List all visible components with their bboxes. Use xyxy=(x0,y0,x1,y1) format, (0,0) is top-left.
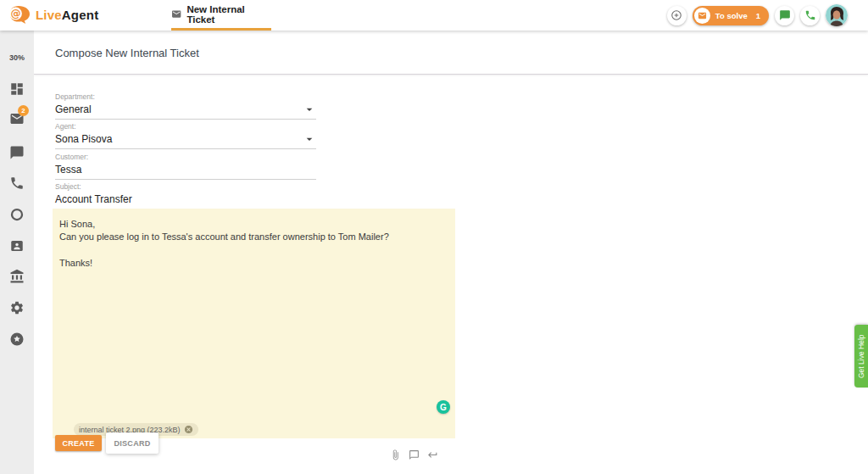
sidebar-item-calls[interactable] xyxy=(9,176,25,191)
gear-icon xyxy=(9,300,25,315)
editor-toolbar xyxy=(390,449,438,460)
customer-input[interactable]: Tessa xyxy=(55,164,316,180)
add-new-button[interactable] xyxy=(667,6,687,25)
sidebar: 30% 2 xyxy=(0,31,34,474)
phone-icon xyxy=(804,9,816,21)
logo-bubble-icon: @ xyxy=(8,4,31,25)
svg-text:@: @ xyxy=(11,8,21,20)
chats-status-button[interactable] xyxy=(775,6,794,25)
insert-reply-button[interactable] xyxy=(427,449,438,460)
to-solve-button[interactable]: To solve 1 xyxy=(693,6,769,25)
logo-text: LiveAgent xyxy=(36,8,98,22)
sidebar-item-chats[interactable] xyxy=(9,145,25,160)
tab-label: New Internal Ticket xyxy=(186,4,271,25)
add-note-button[interactable] xyxy=(409,449,420,460)
main-content: Compose New Internal Ticket Department: … xyxy=(34,31,868,474)
chat-square-icon xyxy=(779,9,791,21)
return-arrow-icon xyxy=(427,449,438,460)
logo-agent: Agent xyxy=(62,8,99,22)
discard-button[interactable]: DISCARD xyxy=(106,432,159,454)
tab-new-internal-ticket[interactable]: New Internal Ticket xyxy=(171,0,271,31)
agent-label: Agent: xyxy=(55,122,316,131)
user-avatar[interactable] xyxy=(826,4,848,26)
sidebar-item-contacts[interactable] xyxy=(9,238,25,254)
usage-percent: 30% xyxy=(0,53,34,62)
subject-label: Subject: xyxy=(55,182,316,191)
attach-file-button[interactable] xyxy=(390,449,401,460)
header-divider xyxy=(34,74,868,75)
subject-input[interactable]: Account Transfer xyxy=(55,193,316,209)
get-live-help-button[interactable]: Get Live Help xyxy=(854,325,868,388)
dashboard-icon xyxy=(9,81,25,97)
sidebar-item-status[interactable] xyxy=(9,332,25,347)
create-button[interactable]: CREATE xyxy=(55,435,102,451)
agent-select[interactable]: Sona Pisova xyxy=(55,133,316,149)
envelope-icon xyxy=(171,8,181,20)
contact-card-icon xyxy=(9,238,25,254)
bank-columns-icon xyxy=(9,269,25,284)
subject-field: Subject: Account Transfer xyxy=(55,182,316,209)
grammarly-icon[interactable]: G xyxy=(437,400,450,414)
remove-attachment-button[interactable] xyxy=(184,425,193,434)
customer-label: Customer: xyxy=(55,153,316,161)
sidebar-item-academy[interactable] xyxy=(9,269,25,284)
department-field: Department: General xyxy=(55,92,316,120)
calls-status-button[interactable] xyxy=(800,6,820,25)
topbar: @ LiveAgent New Internal Ticket xyxy=(0,0,868,31)
to-solve-count: 1 xyxy=(756,11,760,20)
ring-icon xyxy=(9,207,25,222)
star-circle-icon xyxy=(9,332,25,347)
logo-live: Live xyxy=(36,8,62,22)
avatar-image xyxy=(826,4,848,26)
topbar-actions: To solve 1 xyxy=(667,4,848,26)
chevron-down-icon[interactable] xyxy=(303,132,316,146)
customer-field: Customer: Tessa xyxy=(55,153,316,180)
comment-outline-icon xyxy=(409,449,420,460)
envelope-icon xyxy=(698,11,707,20)
to-solve-envelope-badge xyxy=(694,8,710,24)
to-solve-label: To solve xyxy=(715,11,748,20)
paperclip-icon xyxy=(390,449,401,460)
tickets-badge: 2 xyxy=(18,105,29,116)
department-label: Department: xyxy=(55,92,316,101)
chat-bubble-icon xyxy=(9,145,25,160)
liveagent-logo[interactable]: @ LiveAgent xyxy=(8,4,98,25)
cancel-circle-icon xyxy=(184,425,193,434)
chevron-down-icon[interactable] xyxy=(303,103,316,116)
department-select[interactable]: General xyxy=(55,103,316,120)
sidebar-item-settings[interactable] xyxy=(9,300,25,315)
message-editor[interactable]: Hi Sona, Can you please log in to Tessa'… xyxy=(53,209,455,438)
phone-icon xyxy=(9,176,25,191)
sidebar-item-dashboard[interactable] xyxy=(9,81,25,97)
app-window: @ LiveAgent New Internal Ticket xyxy=(0,0,868,474)
message-text[interactable]: Hi Sona, Can you please log in to Tessa'… xyxy=(53,209,455,279)
page-title: Compose New Internal Ticket xyxy=(55,47,199,59)
plus-circle-icon xyxy=(670,9,682,21)
agent-field: Agent: Sona Pisova xyxy=(55,122,316,149)
sidebar-item-online-visitors[interactable] xyxy=(9,207,25,222)
